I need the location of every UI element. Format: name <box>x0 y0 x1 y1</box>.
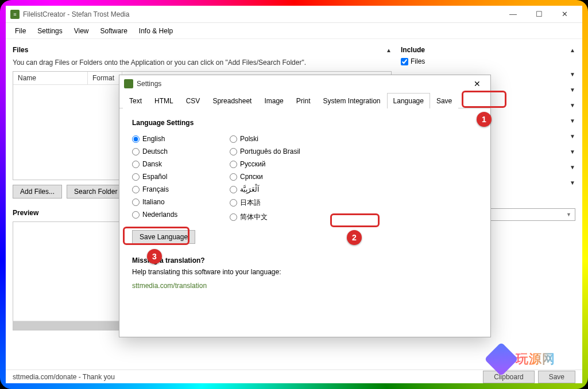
language-label: Nederlands <box>142 211 177 219</box>
files-check-label: Files <box>411 57 425 65</box>
language-option[interactable]: Nederlands <box>132 208 230 221</box>
tab-spreadsheet[interactable]: Spreadsheet <box>206 93 258 108</box>
language-option[interactable]: Français <box>132 183 230 196</box>
collapse-icon[interactable]: ▲ <box>386 47 392 53</box>
language-label: Deutsch <box>142 147 168 155</box>
preview-header: Preview <box>13 209 38 217</box>
chevron-down-icon[interactable]: ▼ <box>570 87 575 93</box>
chevron-down-icon[interactable]: ▼ <box>570 102 575 108</box>
chevron-down-icon[interactable]: ▼ <box>570 180 575 186</box>
clipboard-button[interactable]: Clipboard <box>483 371 534 383</box>
language-radio[interactable] <box>132 199 140 206</box>
language-radio[interactable] <box>230 161 237 168</box>
badge-1: 1 <box>477 112 492 127</box>
language-label: Português do Brasil <box>240 147 300 155</box>
tab-save[interactable]: Save <box>430 93 458 108</box>
language-option[interactable]: Deutsch <box>132 145 230 158</box>
language-option[interactable]: English <box>132 133 230 145</box>
language-radio[interactable] <box>230 173 237 181</box>
chevron-down-icon[interactable]: ▼ <box>570 164 575 170</box>
dialog-title: Settings <box>137 80 469 88</box>
search-folder-button[interactable]: Search Folder <box>67 185 125 199</box>
language-radio[interactable] <box>132 186 140 193</box>
language-radio[interactable] <box>230 199 237 207</box>
tab-csv[interactable]: CSV <box>180 93 207 108</box>
language-label: English <box>142 135 165 143</box>
menu-file[interactable]: File <box>10 25 30 37</box>
minimize-button[interactable]: — <box>500 6 526 23</box>
language-option[interactable]: 简体中文 <box>230 210 327 224</box>
menu-software[interactable]: Software <box>96 25 132 37</box>
language-label: اَلْعَرَبِيَّة <box>240 185 259 193</box>
language-radio[interactable] <box>230 135 237 143</box>
col-format[interactable]: Format <box>88 72 122 84</box>
include-header: Include <box>401 46 425 54</box>
language-column-1: EnglishDeutschDanskEspañolFrançaisItalia… <box>132 133 230 224</box>
tab-text[interactable]: Text <box>123 93 148 108</box>
add-files-button[interactable]: Add Files... <box>13 185 62 199</box>
col-name[interactable]: Name <box>13 72 88 84</box>
tab-print[interactable]: Print <box>290 93 317 108</box>
menu-view[interactable]: View <box>69 25 94 37</box>
title-bar: ≡ FilelistCreator - Stefan Trost Media —… <box>6 6 582 23</box>
language-radio[interactable] <box>132 173 140 181</box>
language-label: Français <box>142 185 169 193</box>
language-label: Dansk <box>142 160 162 168</box>
maximize-button[interactable]: ☐ <box>526 6 552 23</box>
language-settings-title: Language Settings <box>132 119 478 127</box>
files-check[interactable] <box>401 58 408 65</box>
close-button[interactable]: ✕ <box>552 6 578 23</box>
language-option[interactable]: Dansk <box>132 158 230 170</box>
collapse-icon[interactable]: ▲ <box>570 47 575 53</box>
tab-language[interactable]: Language <box>387 93 430 108</box>
language-radio[interactable] <box>132 161 140 168</box>
save-output-button[interactable]: Save <box>538 371 575 383</box>
app-icon: ≡ <box>10 10 20 19</box>
dialog-title-bar: Settings ✕ <box>119 75 490 92</box>
include-files-checkbox[interactable]: Files <box>401 56 575 67</box>
app-icon <box>124 79 133 88</box>
language-option[interactable]: Italiano <box>132 196 230 208</box>
language-option[interactable]: Polski <box>230 133 327 145</box>
settings-dialog: Settings ✕ TextHTMLCSVSpreadsheetImagePr… <box>119 75 491 337</box>
language-label: Polski <box>240 135 258 143</box>
language-label: Српски <box>240 173 263 181</box>
chevron-down-icon[interactable]: ▼ <box>570 71 575 77</box>
language-radio[interactable] <box>132 135 140 143</box>
translation-link[interactable]: sttmedia.com/translation <box>132 282 478 290</box>
language-label: Italiano <box>142 198 165 206</box>
missing-translation-desc: Help translating this software into your… <box>132 268 478 276</box>
language-option[interactable]: Português do Brasil <box>230 145 327 158</box>
save-language-button[interactable]: Save Language <box>132 230 195 244</box>
window-title: FilelistCreator - Stefan Trost Media <box>23 10 500 18</box>
chevron-down-icon: ▼ <box>566 212 571 217</box>
language-radio[interactable] <box>132 211 140 219</box>
status-bar: sttmedia.com/donate - Thank you Clipboar… <box>6 369 582 383</box>
chevron-down-icon[interactable]: ▼ <box>570 133 575 139</box>
chevron-down-icon[interactable]: ▼ <box>570 149 575 155</box>
language-option[interactable]: 日本語 <box>230 196 327 210</box>
language-option[interactable]: Српски <box>230 170 327 183</box>
language-option[interactable]: Русский <box>230 158 327 170</box>
menu-bar: File Settings View Software Info & Help <box>6 23 582 39</box>
language-radio[interactable] <box>132 148 140 155</box>
tab-html[interactable]: HTML <box>148 93 180 108</box>
menu-settings[interactable]: Settings <box>33 25 67 37</box>
badge-3: 3 <box>147 249 162 264</box>
language-radio[interactable] <box>230 148 237 155</box>
chevron-down-icon[interactable]: ▼ <box>570 118 575 124</box>
badge-2: 2 <box>347 230 362 245</box>
language-label: 简体中文 <box>240 212 268 222</box>
status-text: sttmedia.com/donate - Thank you <box>13 373 115 381</box>
missing-translation-title: Missing a translation? <box>132 256 478 264</box>
language-column-2: PolskiPortuguês do BrasilРусскийСрпскиاَ… <box>230 133 327 224</box>
menu-info[interactable]: Info & Help <box>134 25 177 37</box>
dialog-close-button[interactable]: ✕ <box>469 75 486 92</box>
tab-image[interactable]: Image <box>258 93 289 108</box>
language-label: Español <box>142 173 167 181</box>
language-option[interactable]: اَلْعَرَبِيَّة <box>230 183 327 196</box>
tab-system-integration[interactable]: System Integration <box>316 93 386 108</box>
language-radio[interactable] <box>230 213 237 221</box>
language-option[interactable]: Español <box>132 170 230 183</box>
language-radio[interactable] <box>230 186 237 193</box>
